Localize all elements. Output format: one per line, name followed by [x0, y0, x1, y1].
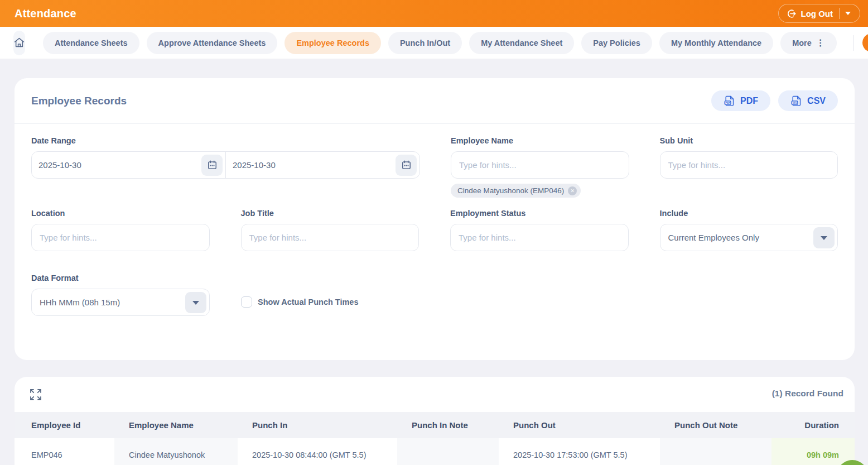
- calendar-icon: [401, 160, 412, 170]
- job-title-input[interactable]: [241, 224, 419, 251]
- cell-punch-out-note: [660, 438, 771, 465]
- include-label: Include: [660, 209, 838, 218]
- expand-table-button[interactable]: [29, 388, 42, 401]
- col-header-employee-id: Employee Id: [15, 412, 114, 438]
- tab-my-monthly-attendance[interactable]: My Monthly Attendance: [659, 32, 773, 54]
- pdf-label: PDF: [740, 96, 758, 106]
- col-header-employee-name: Employee Name: [114, 412, 238, 438]
- tab-my-attendance-sheet[interactable]: My Attendance Sheet: [469, 32, 574, 54]
- show-actual-punch-times-label: Show Actual Punch Times: [258, 298, 358, 306]
- employment-status-label: Employment Status: [450, 209, 629, 218]
- date-to-wrap: [226, 152, 419, 178]
- include-value: Current Employees Only: [668, 233, 759, 242]
- tab-attendance-sheets[interactable]: Attendance Sheets: [43, 32, 139, 54]
- export-pdf-button[interactable]: PDF PDF: [711, 90, 770, 111]
- sub-unit-input[interactable]: [660, 151, 838, 179]
- date-from-calendar-button[interactable]: [201, 155, 223, 176]
- help-button[interactable]: ?: [862, 33, 868, 52]
- tab-more[interactable]: More ⋮: [780, 32, 837, 54]
- logout-icon: [786, 8, 797, 19]
- pdf-file-icon: PDF: [724, 95, 735, 107]
- tab-employee-records[interactable]: Employee Records: [284, 32, 381, 54]
- more-label: More: [792, 39, 812, 47]
- results-header: (1) Record Found: [15, 377, 855, 412]
- data-format-label: Data Format: [31, 274, 210, 282]
- employee-name-label: Employee Name: [451, 136, 629, 145]
- location-input[interactable]: [31, 224, 210, 251]
- logout-button[interactable]: Log Out: [778, 4, 860, 23]
- sub-unit-label: Sub Unit: [660, 136, 838, 145]
- data-format-value: HHh MMm (08h 15m): [40, 298, 120, 307]
- date-range-group: [31, 151, 420, 179]
- table-row[interactable]: EMP046 Cindee Matyushonok 2025-10-30 08:…: [15, 438, 855, 465]
- record-count: (1) Record Found: [772, 389, 843, 399]
- tab-pay-policies[interactable]: Pay Policies: [581, 32, 652, 54]
- col-header-punch-out-note: Punch Out Note: [660, 412, 771, 438]
- job-title-label: Job Title: [241, 209, 419, 218]
- include-select[interactable]: Current Employees Only: [660, 224, 838, 251]
- tab-punch-in-out[interactable]: Punch In/Out: [388, 32, 462, 54]
- chevron-down-icon[interactable]: [185, 292, 206, 313]
- cell-duration: 09h 09m: [771, 438, 855, 465]
- col-header-duration: Duration: [771, 412, 855, 438]
- employee-name-input[interactable]: [451, 151, 629, 179]
- page-title: Employee Records: [31, 95, 703, 107]
- app-title: Attendance: [15, 7, 778, 20]
- expand-icon: [29, 388, 42, 401]
- home-icon: [13, 37, 25, 49]
- location-label: Location: [31, 209, 210, 218]
- app-header: Attendance Log Out: [0, 0, 868, 27]
- logout-caret-icon[interactable]: [845, 12, 851, 15]
- module-nav: Attendance Sheets Approve Attendance She…: [0, 27, 868, 59]
- svg-text:PDF: PDF: [725, 102, 730, 104]
- nav-divider: [853, 35, 853, 51]
- calendar-icon: [207, 160, 218, 170]
- employment-status-input[interactable]: [450, 224, 629, 251]
- logout-label: Log Out: [801, 9, 833, 18]
- chip-remove-icon[interactable]: ✕: [568, 186, 577, 195]
- tab-approve-attendance-sheets[interactable]: Approve Attendance Sheets: [147, 32, 278, 54]
- data-format-select[interactable]: HHh MMm (08h 15m): [31, 289, 210, 316]
- export-csv-button[interactable]: CSV CSV: [778, 90, 838, 111]
- svg-text:CSV: CSV: [792, 102, 797, 104]
- employee-chip-label: Cindee Matyushonok (EMP046): [457, 186, 564, 195]
- date-from-input[interactable]: [38, 160, 201, 170]
- nav-right-actions: ?: [844, 33, 868, 52]
- home-button[interactable]: [13, 31, 25, 55]
- col-header-punch-in-note: Punch In Note: [397, 412, 499, 438]
- date-to-calendar-button[interactable]: [396, 155, 417, 176]
- col-header-punch-in: Punch In: [238, 412, 397, 438]
- chevron-down-icon[interactable]: [813, 227, 835, 248]
- table-header-row: Employee Id Employee Name Punch In Punch…: [15, 412, 855, 438]
- kebab-icon: ⋮: [816, 37, 825, 48]
- col-header-punch-out: Punch Out: [499, 412, 660, 438]
- cell-punch-in-note: [397, 438, 499, 465]
- results-panel: (1) Record Found Employee Id Employee Na…: [15, 377, 855, 465]
- cell-punch-out: 2025-10-30 17:53:00 (GMT 5.5): [499, 438, 660, 465]
- cell-employee-name: Cindee Matyushonok: [114, 438, 238, 465]
- show-actual-punch-times-checkbox[interactable]: [241, 296, 252, 308]
- employee-chip: Cindee Matyushonok (EMP046) ✕: [451, 184, 581, 198]
- logout-divider: [839, 8, 840, 19]
- date-to-input[interactable]: [233, 160, 396, 170]
- date-range-label: Date Range: [31, 136, 420, 145]
- employee-records-panel: Employee Records PDF PDF CSV: [15, 78, 855, 360]
- cell-punch-in: 2025-10-30 08:44:00 (GMT 5.5): [238, 438, 397, 465]
- cell-employee-id: EMP046: [15, 438, 114, 465]
- panel-header: Employee Records PDF PDF CSV: [15, 78, 855, 124]
- csv-label: CSV: [807, 96, 826, 106]
- date-from-wrap: [32, 152, 226, 178]
- filters-form: Date Range: [15, 124, 855, 316]
- csv-file-icon: CSV: [790, 95, 802, 107]
